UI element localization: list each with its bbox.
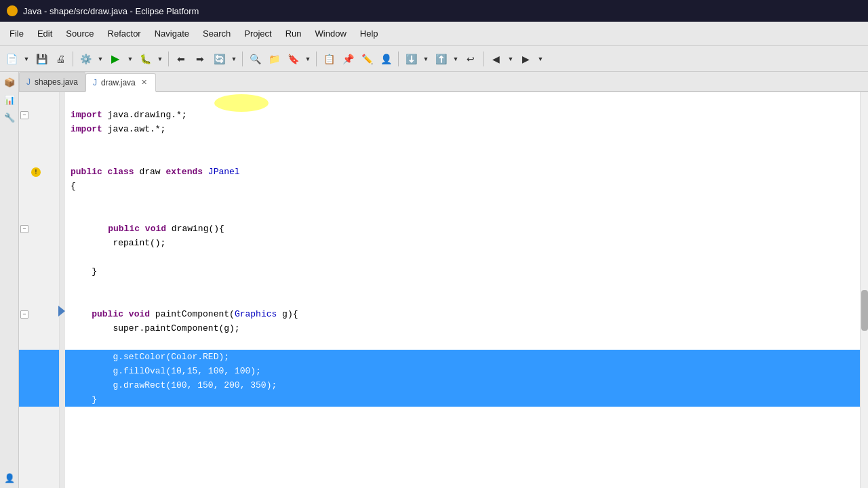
code-line-7: { [65,179,868,193]
person-button[interactable]: 👤 [377,50,395,68]
kw-public-1: public [71,167,108,177]
code-line-11: repaint(); [65,236,868,250]
run-dropdown[interactable]: ▼ [125,50,135,68]
back-button[interactable]: ◀ [487,50,505,68]
tab-draw-label: draw.java [101,78,136,87]
tab-draw-java[interactable]: J draw.java ✕ [85,73,156,92]
down-dropdown[interactable]: ▼ [421,50,431,68]
separator-4 [316,52,317,66]
code-line-12 [65,250,868,264]
menu-edit[interactable]: Edit [31,26,59,41]
code-editor: − ! − [19,92,868,488]
line-gutter: − ! − [19,92,60,488]
up-dropdown[interactable]: ▼ [451,50,460,68]
debug-button[interactable]: 🐛 [136,50,154,68]
code-line-21: g.drawRect(100, 150, 200, 350); [65,378,868,392]
collapse-btn-2[interactable]: − [20,111,28,119]
run-button[interactable]: ▶ [106,50,124,68]
dropdown-arrow-1[interactable]: ▼ [22,50,31,68]
separator-2 [168,52,169,66]
scroll-thumb[interactable] [861,290,868,331]
nav-prev-button[interactable]: ⬅ [172,50,190,68]
menu-search[interactable]: Search [196,26,237,41]
bookmark-dropdown[interactable]: ▼ [303,50,313,68]
sidebar-icon-2[interactable]: 📊 [2,92,17,107]
task2-button[interactable]: 📌 [339,50,357,68]
type-graphics: Graphics [235,309,277,319]
menu-navigate[interactable]: Navigate [148,26,196,41]
gutter-line-15 [19,293,59,307]
vertical-scrollbar[interactable] [860,92,868,488]
menu-run[interactable]: Run [279,26,309,41]
gutter-line-6: ! [19,165,59,179]
settings-button[interactable]: ⚙️ [77,50,94,68]
collapse-btn-16[interactable]: − [20,310,28,319]
collapse-btn-10[interactable]: − [20,225,28,233]
separator-5 [398,52,399,66]
window-title: Java - shape/src/draw.java - Eclipse Pla… [23,6,199,16]
debug-dropdown[interactable]: ▼ [155,50,165,68]
save-button[interactable]: 💾 [33,50,50,68]
code-line-19: g.setColor(Color.RED); [65,350,868,364]
highlight-button[interactable]: ✏️ [358,50,376,68]
bookmark-button[interactable]: 🔖 [284,50,302,68]
code-line-20: g.fillOval(10,15, 100, 100); [65,364,868,378]
type-jpanel: JPanel [208,167,240,177]
code-line-2: import java.drawing.*; [65,108,868,122]
sidebar-icon-4[interactable]: 👤 [2,470,17,485]
method-drawing: drawing(){ [172,224,224,234]
warning-marker-6: ! [31,167,41,177]
sidebar-icon-3[interactable]: 🔧 [2,110,17,125]
menu-source[interactable]: Source [59,26,100,41]
new-file-button[interactable]: 📄 [3,50,20,68]
gutter-line-18 [19,336,59,350]
folder-button[interactable]: 📁 [265,50,283,68]
settings-dropdown[interactable]: ▼ [96,50,105,68]
menu-window[interactable]: Window [309,26,353,41]
menu-refactor[interactable]: Refactor [101,26,148,41]
brace-open-1: { [71,181,76,191]
refresh-button[interactable]: 🔄 [210,50,228,68]
code-line-5 [65,150,868,165]
forward-dropdown[interactable]: ▼ [536,50,545,68]
gutter-line-12 [19,250,59,264]
forward-button[interactable]: ▶ [517,50,534,68]
menu-project[interactable]: Project [237,26,278,41]
menu-file[interactable]: File [3,26,31,41]
print-button[interactable]: 🖨 [52,50,69,68]
back-dropdown[interactable]: ▼ [506,50,515,68]
nav-next-button[interactable]: ➡ [191,50,209,68]
gutter-line-17 [19,321,59,336]
kw-public-3: public [71,309,129,319]
kw-extends: extends [165,167,208,177]
brace-close-2: } [71,394,97,405]
gutter-line-16: − [19,307,59,321]
gutter-line-9 [19,207,59,222]
code-line-6: public class draw extends JPanel [65,165,868,179]
param-g-1: g){ [277,309,298,319]
import-path-2: java.awt.*; [108,124,166,134]
tabs-bar: J shapes.java J draw.java ✕ [19,72,868,92]
code-line-1 [65,94,868,108]
code-filloval: g.fillOval(10,15, 100, 100); [71,366,261,376]
keyword-import-2: import [71,124,108,134]
sidebar-icon-1[interactable]: 📦 [2,75,17,89]
code-line-16: public void paintComponent(Graphics g){ [65,307,868,321]
code-line-14 [65,279,868,293]
code-line-3: import java.awt.*; [65,122,868,136]
code-setcolor: g.setColor(Color.RED); [71,352,229,362]
collapse-all-button[interactable]: ↩ [462,50,479,68]
refresh-dropdown[interactable]: ▼ [229,50,239,68]
up-arrow-button[interactable]: ⬆️ [432,50,450,68]
code-content[interactable]: import java.drawing.*; import java.awt.*… [65,92,868,488]
gutter-line-21 [19,378,59,392]
menu-help[interactable]: Help [353,26,385,41]
code-line-4 [65,136,868,150]
tab-shapes-java[interactable]: J shapes.java [19,72,85,91]
down-arrow-button[interactable]: ⬇️ [402,50,420,68]
code-line-18 [65,336,868,350]
task-button[interactable]: 📋 [320,50,338,68]
tab-draw-close[interactable]: ✕ [140,77,149,87]
search-button[interactable]: 🔍 [246,50,264,68]
draw-tab-icon: J [93,78,97,87]
